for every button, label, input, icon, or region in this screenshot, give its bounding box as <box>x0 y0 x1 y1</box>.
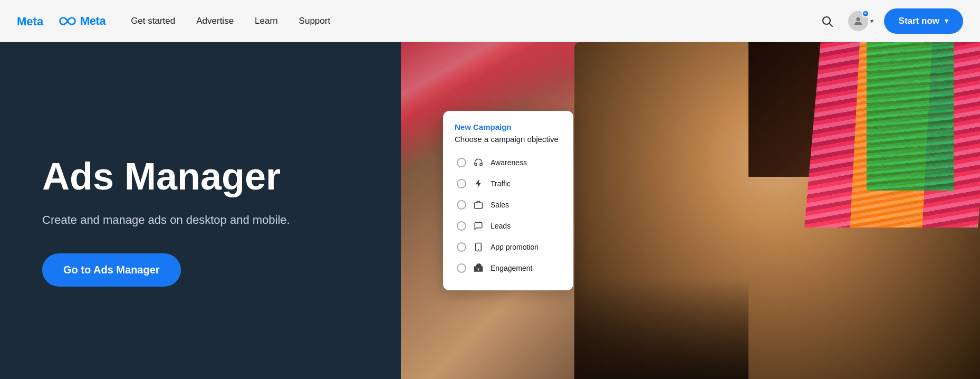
user-icon <box>852 15 864 27</box>
app-promotion-label: App promotion <box>491 243 539 251</box>
campaign-option-leads[interactable]: Leads <box>455 215 559 236</box>
traffic-label: Traffic <box>491 179 511 188</box>
go-to-ads-manager-button[interactable]: Go to Ads Manager <box>42 253 181 287</box>
svg-point-3 <box>856 17 860 21</box>
campaign-option-traffic[interactable]: Traffic <box>455 173 559 194</box>
nav-item-get-started[interactable]: Get started <box>131 16 175 26</box>
sales-label: Sales <box>491 201 509 209</box>
header: Meta Meta Get started Advertise Learn Su… <box>0 0 980 42</box>
meta-infinity-icon <box>59 15 76 27</box>
engagement-label: Engagement <box>491 264 532 272</box>
radio-sales <box>457 200 466 210</box>
start-now-button[interactable]: Start now ▾ <box>884 8 963 34</box>
search-icon <box>821 15 833 27</box>
awareness-label: Awareness <box>491 158 527 167</box>
radio-engagement <box>457 263 466 273</box>
hero-section: Ads Manager Create and manage ads on des… <box>0 42 980 379</box>
avatar: + <box>848 11 868 31</box>
user-account-button[interactable]: + ▾ <box>848 11 873 31</box>
radio-app-promotion <box>457 242 466 252</box>
campaign-card: New Campaign Choose a campaign objective… <box>443 111 573 290</box>
hero-image-area: New Campaign Choose a campaign objective… <box>401 42 980 379</box>
notification-badge-plus: + <box>864 11 867 16</box>
svg-text:Meta: Meta <box>17 15 44 28</box>
awareness-icon <box>473 157 484 168</box>
radio-awareness <box>457 158 466 167</box>
app-promotion-icon <box>473 241 484 253</box>
engagement-icon <box>473 262 484 274</box>
main-nav: Get started Advertise Learn Support <box>131 16 816 26</box>
account-chevron-icon: ▾ <box>870 17 873 25</box>
leads-icon <box>473 220 484 232</box>
sales-icon <box>473 199 484 211</box>
leads-label: Leads <box>491 222 511 230</box>
campaign-option-sales[interactable]: Sales <box>455 194 559 215</box>
hero-title: Ads Manager <box>42 156 359 197</box>
traffic-icon <box>473 178 484 190</box>
hero-left: Ads Manager Create and manage ads on des… <box>0 42 401 379</box>
header-right: + ▾ Start now ▾ <box>816 8 963 34</box>
meta-wordmark: Meta <box>80 14 105 28</box>
start-now-chevron-icon: ▾ <box>945 17 948 25</box>
campaign-card-title: New Campaign <box>455 122 559 131</box>
campaign-card-subtitle: Choose a campaign objective <box>455 135 559 144</box>
meta-logo: Meta <box>17 14 59 29</box>
nav-item-learn[interactable]: Learn <box>255 16 277 26</box>
logo-area: Meta Meta <box>17 14 105 29</box>
hero-subtitle: Create and manage ads on desktop and mob… <box>42 212 359 229</box>
notification-badge: + <box>862 10 869 17</box>
radio-traffic <box>457 179 466 188</box>
campaign-option-app-promotion[interactable]: App promotion <box>455 236 559 258</box>
nav-item-support[interactable]: Support <box>299 16 331 26</box>
nav-item-advertise[interactable]: Advertise <box>196 16 234 26</box>
svg-line-2 <box>829 23 832 26</box>
radio-leads <box>457 221 466 231</box>
start-now-label: Start now <box>899 16 939 26</box>
svg-rect-4 <box>475 203 483 209</box>
campaign-option-awareness[interactable]: Awareness <box>455 152 559 173</box>
search-button[interactable] <box>816 11 838 32</box>
campaign-option-engagement[interactable]: Engagement <box>455 258 559 279</box>
